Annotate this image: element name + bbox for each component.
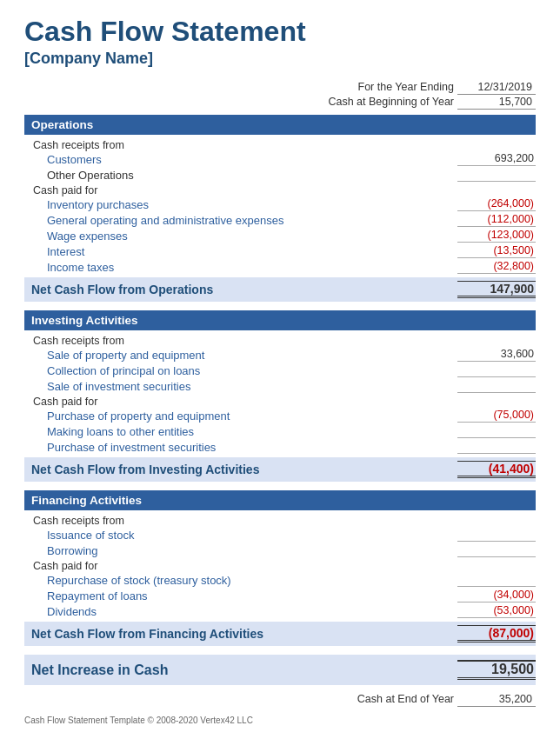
operations-net-value: 147,900	[457, 281, 536, 298]
interest-row: Interest (13,500)	[24, 243, 536, 259]
issuance-label: Issuance of stock	[24, 529, 457, 542]
borrowing-row: Borrowing	[24, 543, 536, 558]
general-label: General operating and administrative exp…	[24, 214, 457, 227]
net-increase-label: Net Increase in Cash	[31, 662, 168, 678]
other-ops-value	[457, 168, 536, 182]
income-tax-label: Income taxes	[24, 261, 457, 274]
repurchase-row: Repurchase of stock (treasury stock)	[24, 572, 536, 588]
header-info-table: For the Year Ending 12/31/2019 Cash at B…	[324, 80, 536, 110]
purchase-prop-row: Purchase of property and equipment (75,0…	[24, 408, 536, 423]
cash-end-value: 35,200	[457, 692, 536, 707]
investing-net-value: (41,400)	[457, 461, 536, 478]
financing-net-label: Net Cash Flow from Financing Activities	[31, 627, 263, 641]
sale-prop-row: Sale of property and equipment 33,600	[24, 347, 536, 363]
inventory-label: Inventory purchases	[24, 198, 457, 211]
general-value: (112,000)	[457, 213, 536, 227]
net-increase-row: Net Increase in Cash 19,500	[24, 655, 536, 685]
borrowing-label: Borrowing	[24, 544, 457, 557]
customers-label: Customers	[24, 153, 457, 166]
general-row: General operating and administrative exp…	[24, 212, 536, 228]
cash-end-label: Cash at End of Year	[354, 692, 457, 707]
interest-label: Interest	[24, 245, 457, 258]
collection-value	[457, 363, 536, 377]
cash-beginning-label: Cash at Beginning of Year	[324, 95, 457, 110]
repayment-value: (34,000)	[457, 589, 536, 603]
income-tax-row: Income taxes (32,800)	[24, 259, 536, 275]
cash-end-table: Cash at End of Year 35,200	[354, 692, 536, 707]
wage-row: Wage expenses (123,000)	[24, 228, 536, 243]
making-loans-value	[457, 424, 536, 438]
footer: Cash Flow Statement Template © 2008-2020…	[24, 716, 536, 725]
sale-invest-label: Sale of investment securities	[24, 380, 457, 393]
dividends-row: Dividends (53,000)	[24, 603, 536, 619]
operations-receipts-label: Cash receipts from	[24, 137, 536, 151]
operations-paid-label: Cash paid for	[24, 183, 536, 196]
page-title: Cash Flow Statement	[24, 16, 536, 48]
making-loans-row: Making loans to other entities	[24, 423, 536, 439]
collection-row: Collection of principal on loans	[24, 363, 536, 378]
investing-receipts-label: Cash receipts from	[24, 333, 536, 347]
income-tax-value: (32,800)	[457, 260, 536, 274]
company-name: [Company Name]	[24, 50, 536, 68]
purchase-prop-label: Purchase of property and equipment	[24, 409, 457, 423]
sale-invest-value	[457, 379, 536, 393]
wage-value: (123,000)	[457, 229, 536, 243]
purchase-invest-row: Purchase of investment securities	[24, 439, 536, 455]
borrowing-value	[457, 543, 536, 557]
for-year-value: 12/31/2019	[457, 80, 536, 95]
sale-invest-row: Sale of investment securities	[24, 378, 536, 394]
financing-net-row: Net Cash Flow from Financing Activities …	[24, 622, 536, 646]
cash-beginning-value: 15,700	[457, 95, 536, 110]
customers-row: Customers 693,200	[24, 151, 536, 167]
financing-net-value: (87,000)	[457, 625, 536, 642]
issuance-row: Issuance of stock	[24, 527, 536, 543]
interest-value: (13,500)	[457, 244, 536, 258]
wage-label: Wage expenses	[24, 230, 457, 243]
financing-paid-label: Cash paid for	[24, 558, 536, 572]
purchase-invest-value	[457, 440, 536, 454]
purchase-prop-value: (75,000)	[457, 409, 536, 423]
repayment-row: Repayment of loans (34,000)	[24, 588, 536, 603]
repurchase-label: Repurchase of stock (treasury stock)	[24, 574, 457, 587]
financing-header: Financing Activities	[24, 490, 536, 510]
investing-header: Investing Activities	[24, 310, 536, 330]
operations-net-row: Net Cash Flow from Operations 147,900	[24, 277, 536, 302]
investing-section: Investing Activities Cash receipts from …	[24, 310, 536, 482]
sale-prop-value: 33,600	[457, 348, 536, 362]
financing-section: Financing Activities Cash receipts from …	[24, 490, 536, 646]
inventory-row: Inventory purchases (264,000)	[24, 196, 536, 212]
dividends-label: Dividends	[24, 605, 457, 618]
other-ops-label: Other Operations	[24, 169, 457, 182]
repurchase-value	[457, 573, 536, 587]
sale-prop-label: Sale of property and equipment	[24, 349, 457, 362]
investing-net-label: Net Cash Flow from Investing Activities	[31, 463, 259, 476]
purchase-invest-label: Purchase of investment securities	[24, 441, 457, 454]
operations-header: Operations	[24, 115, 536, 135]
dividends-value: (53,000)	[457, 604, 536, 618]
collection-label: Collection of principal on loans	[24, 364, 457, 377]
making-loans-label: Making loans to other entities	[24, 425, 457, 438]
other-ops-row: Other Operations	[24, 167, 536, 183]
investing-paid-label: Cash paid for	[24, 394, 536, 408]
cash-end-of-year: Cash at End of Year 35,200	[24, 692, 536, 707]
net-increase-value: 19,500	[457, 660, 536, 680]
financing-receipts-label: Cash receipts from	[24, 513, 536, 527]
operations-section: Operations Cash receipts from Customers …	[24, 115, 536, 302]
for-year-label: For the Year Ending	[324, 80, 457, 95]
investing-net-row: Net Cash Flow from Investing Activities …	[24, 457, 536, 482]
issuance-value	[457, 528, 536, 542]
operations-net-label: Net Cash Flow from Operations	[31, 283, 213, 296]
repayment-label: Repayment of loans	[24, 589, 457, 603]
customers-value: 693,200	[457, 152, 536, 166]
inventory-value: (264,000)	[457, 197, 536, 211]
